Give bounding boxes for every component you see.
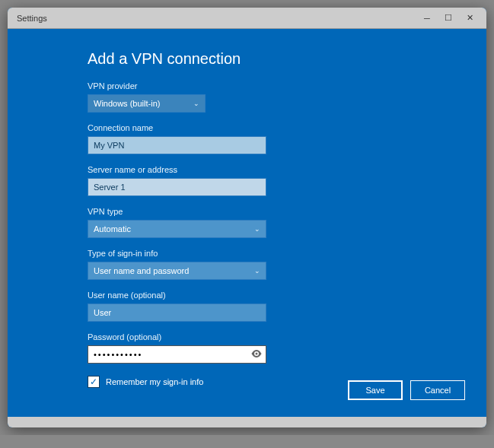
maximize-button[interactable]: ☐: [438, 8, 459, 29]
vpn-type-group: VPN type Automatic ⌄: [88, 207, 486, 238]
content-area: Add a VPN connection VPN provider Window…: [8, 29, 486, 417]
username-input[interactable]: [88, 303, 266, 322]
remember-label: Remember my sign-in info: [106, 377, 203, 386]
password-label: Password (optional): [88, 332, 486, 342]
save-button[interactable]: Save: [348, 380, 403, 400]
username-label: User name (optional): [88, 291, 486, 300]
connection-name-group: Connection name: [88, 123, 486, 154]
remember-checkbox[interactable]: ✓: [88, 376, 100, 388]
vpn-provider-group: VPN provider Windows (built-in) ⌄: [88, 81, 486, 113]
close-button[interactable]: ✕: [459, 8, 480, 29]
checkmark-icon: ✓: [90, 377, 97, 386]
signin-type-value: User name and password: [94, 266, 189, 275]
minimize-button[interactable]: ─: [416, 8, 438, 29]
password-group: Password (optional): [88, 332, 486, 364]
window-title: Settings: [17, 14, 47, 23]
server-label: Server name or address: [88, 165, 486, 174]
reveal-password-icon[interactable]: [251, 349, 262, 360]
username-group: User name (optional): [88, 291, 486, 322]
titlebar: Settings ─ ☐ ✕: [8, 8, 486, 29]
page-title: Add a VPN connection: [88, 50, 486, 68]
server-input[interactable]: [88, 178, 266, 196]
server-group: Server name or address: [88, 165, 486, 196]
svg-point-0: [256, 353, 258, 355]
bottom-bar: [8, 417, 486, 427]
password-wrap: [88, 345, 266, 364]
vpn-provider-select[interactable]: Windows (built-in) ⌄: [88, 94, 206, 113]
signin-type-label: Type of sign-in info: [88, 249, 486, 258]
connection-name-label: Connection name: [88, 123, 486, 132]
cancel-button[interactable]: Cancel: [410, 380, 465, 400]
signin-type-select[interactable]: User name and password ⌄: [88, 262, 266, 280]
chevron-down-icon: ⌄: [254, 267, 260, 275]
settings-window: Settings ─ ☐ ✕ Add a VPN connection VPN …: [8, 8, 486, 427]
connection-name-input[interactable]: [88, 136, 266, 154]
titlebar-controls: ─ ☐ ✕: [416, 8, 480, 29]
chevron-down-icon: ⌄: [193, 100, 199, 107]
signin-type-group: Type of sign-in info User name and passw…: [88, 249, 486, 280]
vpn-type-label: VPN type: [88, 207, 486, 216]
vpn-type-value: Automatic: [94, 224, 131, 234]
vpn-provider-label: VPN provider: [88, 81, 486, 91]
password-input[interactable]: [88, 345, 266, 364]
chevron-down-icon: ⌄: [254, 225, 260, 233]
button-row: Save Cancel: [348, 380, 465, 400]
vpn-type-select[interactable]: Automatic ⌄: [88, 220, 266, 238]
vpn-provider-value: Windows (built-in): [94, 99, 160, 108]
